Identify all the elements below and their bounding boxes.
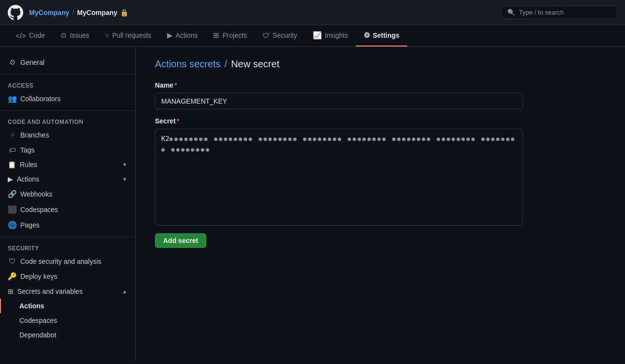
tab-pr-label: Pull requests — [112, 31, 152, 39]
sidebar-tags-label: Tags — [20, 146, 35, 154]
lock-icon: 🔒 — [120, 9, 128, 16]
tab-pull-requests[interactable]: ⑂ Pull requests — [97, 26, 159, 46]
tab-bar: </> Code ⊙ Issues ⑂ Pull requests ▶ Acti… — [0, 25, 625, 47]
sidebar-item-codespaces[interactable]: ⬛ Codespaces — [0, 202, 135, 217]
sidebar-item-dependabot-secret[interactable]: Dependabot — [0, 328, 135, 342]
sidebar-item-code-security[interactable]: 🛡 Code security and analysis — [0, 254, 135, 269]
sidebar-divider-2 — [0, 110, 135, 111]
breadcrumb-link[interactable]: Actions secrets — [155, 59, 221, 70]
add-secret-button[interactable]: Add secret — [155, 233, 206, 248]
sidebar-item-actions[interactable]: ▶ Actions — [0, 172, 135, 186]
search-bar[interactable]: 🔍 Type / to search — [501, 6, 617, 19]
sidebar-divider-3 — [0, 237, 135, 237]
repo-name[interactable]: MyCompany — [77, 9, 117, 16]
tab-projects-label: Projects — [222, 31, 247, 39]
rules-chevron-icon — [122, 162, 127, 167]
secrets-icon: ⊞ — [8, 288, 14, 295]
sidebar-item-pages[interactable]: 🌐 Pages — [0, 217, 135, 233]
sidebar-item-secrets-vars[interactable]: ⊞ Secrets and variables — [0, 284, 135, 299]
sidebar-item-branches[interactable]: ⑂ Branches — [0, 127, 135, 142]
tab-code-label: Code — [29, 31, 45, 39]
secret-dots: ●●●●●●●● ●●●●●●●● ●●●●●●●● ●●●●●●●● ●●●●… — [161, 136, 516, 153]
tab-issues[interactable]: ⊙ Issues — [53, 25, 97, 46]
key-icon: 🔑 — [8, 272, 16, 281]
tab-security-label: Security — [273, 31, 297, 39]
sidebar: ⚙ General Access 👥 Collaborators Code an… — [0, 47, 136, 361]
actions-chevron-icon — [122, 176, 127, 182]
secret-field-wrapper[interactable]: K2●●●●●●●● ●●●●●●●● ●●●●●●●● ●●●●●●●● ●●… — [155, 129, 523, 226]
tag-icon: 🏷 — [8, 146, 16, 154]
codespaces-icon: ⬛ — [8, 205, 16, 214]
sidebar-item-general[interactable]: ⚙ General — [0, 55, 135, 70]
sidebar-item-tags[interactable]: 🏷 Tags — [0, 142, 135, 157]
pages-icon: 🌐 — [8, 221, 16, 229]
gear-icon: ⚙ — [8, 58, 16, 67]
tab-insights-label: Insights — [325, 31, 348, 39]
code-security-icon: 🛡 — [8, 257, 16, 265]
secret-prefix: K2 — [161, 135, 169, 142]
sidebar-actions-label: Actions — [17, 175, 39, 183]
sidebar-actions-secret-label: Actions — [19, 302, 44, 310]
security-tab-icon: 🛡 — [262, 31, 270, 40]
sidebar-pages-label: Pages — [20, 221, 40, 229]
branch-icon: ⑂ — [8, 131, 16, 139]
breadcrumb-separator: / — [225, 59, 228, 70]
projects-icon: ⊞ — [213, 31, 219, 40]
path-separator: / — [72, 9, 74, 16]
insights-icon: 📈 — [313, 31, 322, 40]
search-placeholder: Type / to search — [519, 9, 564, 16]
sidebar-webhooks-label: Webhooks — [20, 190, 52, 198]
tab-actions-label: Actions — [176, 31, 198, 39]
security-section-label: Security — [0, 241, 135, 254]
main-content: Actions secrets / New secret Name* Secre… — [136, 47, 600, 361]
sidebar-codespaces-secret-label: Codespaces — [19, 317, 57, 324]
sidebar-item-collaborators[interactable]: 👥 Collaborators — [0, 91, 135, 106]
secret-required: * — [177, 117, 179, 125]
settings-tab-icon: ⚙ — [364, 31, 370, 40]
rules-icon: 📋 — [8, 161, 16, 168]
code-automation-section-label: Code and automation — [0, 115, 135, 127]
sidebar-code-security-label: Code security and analysis — [20, 258, 101, 265]
breadcrumb: Actions secrets / New secret — [155, 59, 581, 70]
sidebar-dependabot-secret-label: Dependabot — [19, 331, 56, 339]
tab-settings[interactable]: ⚙ Settings — [356, 25, 407, 46]
breadcrumb-current: New secret — [231, 59, 279, 70]
search-icon: 🔍 — [507, 9, 515, 16]
sidebar-collaborators-label: Collaborators — [20, 95, 61, 103]
pr-icon: ⑂ — [105, 31, 109, 40]
tab-insights[interactable]: 📈 Insights — [305, 25, 356, 46]
tab-code[interactable]: </> Code — [8, 26, 53, 46]
sidebar-item-rules[interactable]: 📋 Rules — [0, 157, 135, 172]
sidebar-rules-label: Rules — [20, 161, 37, 168]
sidebar-divider-1 — [0, 74, 135, 75]
tab-security[interactable]: 🛡 Security — [255, 26, 305, 46]
name-input[interactable] — [155, 93, 523, 109]
name-label: Name* — [155, 81, 581, 89]
secrets-chevron-icon — [122, 288, 127, 294]
secret-field-content: K2●●●●●●●● ●●●●●●●● ●●●●●●●● ●●●●●●●● ●●… — [155, 129, 522, 159]
people-icon: 👥 — [8, 94, 16, 103]
tab-issues-label: Issues — [70, 31, 89, 39]
webhook-icon: 🔗 — [8, 190, 16, 198]
issues-icon: ⊙ — [61, 31, 67, 40]
top-nav: MyCompany / MyCompany 🔒 🔍 Type / to sear… — [0, 0, 625, 25]
repo-owner[interactable]: MyCompany — [29, 9, 69, 16]
name-form-group: Name* — [155, 81, 581, 109]
sidebar-item-codespaces-secret[interactable]: Codespaces — [0, 313, 135, 328]
secret-label: Secret* — [155, 117, 581, 125]
actions-sidebar-icon: ▶ — [8, 175, 13, 183]
sidebar-item-actions-secret[interactable]: Actions — [0, 299, 135, 313]
tab-actions[interactable]: ▶ Actions — [159, 25, 206, 46]
sidebar-item-deploy-keys[interactable]: 🔑 Deploy keys — [0, 269, 135, 284]
secret-form-group: Secret* K2●●●●●●●● ●●●●●●●● ●●●●●●●● ●●●… — [155, 117, 581, 226]
logo — [8, 5, 23, 20]
sidebar-item-webhooks[interactable]: 🔗 Webhooks — [0, 186, 135, 202]
sidebar-codespaces-label: Codespaces — [20, 206, 58, 213]
access-section-label: Access — [0, 78, 135, 91]
sidebar-secrets-label: Secrets and variables — [17, 288, 83, 295]
actions-tab-icon: ▶ — [167, 31, 173, 40]
code-icon: </> — [15, 31, 26, 40]
sidebar-branches-label: Branches — [20, 131, 49, 139]
tab-projects[interactable]: ⊞ Projects — [205, 25, 255, 46]
sidebar-deploy-keys-label: Deploy keys — [20, 273, 57, 280]
